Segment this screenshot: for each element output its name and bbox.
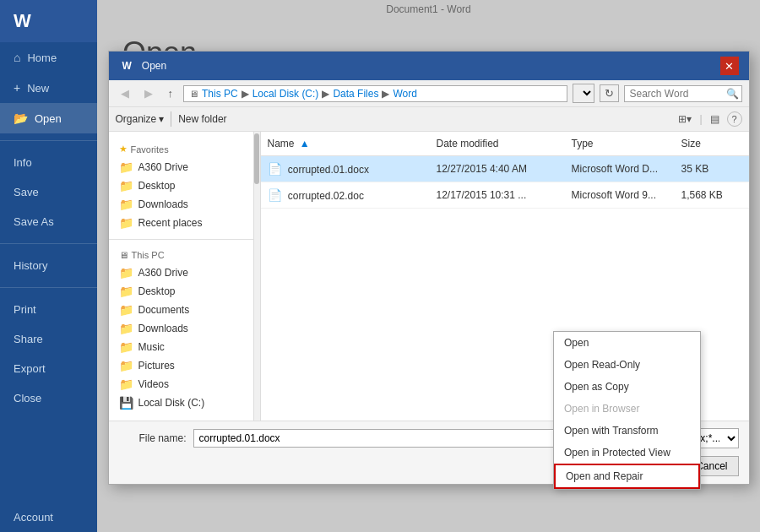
nav-up-button[interactable]: ↑: [163, 84, 179, 102]
address-path[interactable]: 🖥 This PC ▶ Local Disk (C:) ▶ Data Files…: [183, 85, 567, 102]
nav-item-thispc-localdisk[interactable]: 💾 Local Disk (C:): [109, 394, 260, 412]
folder-icon: 📁: [119, 216, 133, 230]
sidebar-label-account: Account: [14, 511, 53, 524]
help-button[interactable]: ?: [727, 111, 742, 127]
refresh-button[interactable]: ↻: [600, 84, 619, 102]
favorites-star-icon: ★: [119, 144, 128, 155]
col-header-name[interactable]: Name ▲: [261, 135, 430, 152]
address-part-datafiles[interactable]: Data Files: [333, 88, 378, 100]
folder-icon: 📁: [119, 340, 133, 354]
dropdown-item-open[interactable]: Open: [554, 332, 700, 354]
nav-item-thispc-a360[interactable]: 📁 A360 Drive: [109, 263, 260, 282]
nav-item-desktop[interactable]: 📁 Desktop: [109, 176, 260, 195]
sidebar-item-saveas[interactable]: Save As: [0, 207, 97, 236]
thispc-label: This PC: [132, 250, 165, 260]
sidebar-item-new[interactable]: + New: [0, 73, 97, 103]
nav-scrollbar[interactable]: [253, 132, 260, 421]
thispc-header[interactable]: 🖥 This PC: [109, 247, 260, 263]
dropdown-item-copy[interactable]: Open as Copy: [554, 376, 700, 398]
file-icon-1: 📄: [268, 188, 282, 202]
folder-icon: 📁: [119, 179, 133, 193]
col-header-size[interactable]: Size: [675, 135, 742, 152]
sidebar-label-share: Share: [14, 333, 43, 345]
nav-item-thispc-pictures[interactable]: 📁 Pictures: [109, 356, 260, 375]
nav-label: Desktop: [138, 180, 176, 192]
nav-item-thispc-desktop[interactable]: 📁 Desktop: [109, 282, 260, 301]
nav-item-thispc-documents[interactable]: 📁 Documents: [109, 301, 260, 319]
file-list-header: Name ▲ Date modified Type Size: [261, 132, 749, 156]
col-header-type[interactable]: Type: [565, 135, 675, 152]
search-input[interactable]: [630, 88, 723, 100]
view-toggle-button[interactable]: ⊞▾: [674, 111, 696, 128]
file-size-0: 35 KB: [675, 160, 742, 177]
organize-button[interactable]: Organize ▾: [116, 113, 165, 125]
new-folder-button[interactable]: New folder: [178, 113, 226, 125]
sidebar-label-home: Home: [27, 52, 57, 64]
dialog-title: Open: [142, 60, 166, 72]
sidebar-item-open[interactable]: 📂 Open: [0, 103, 97, 133]
nav-label: Downloads: [138, 323, 188, 334]
word-icon: W: [119, 59, 135, 73]
drive-icon: 💾: [119, 396, 133, 410]
sidebar-label-save: Save: [14, 186, 39, 198]
nav-label: Local Disk (C:): [138, 397, 205, 409]
address-part-word[interactable]: Word: [393, 88, 416, 100]
col-size-label: Size: [681, 138, 701, 149]
favorites-header[interactable]: ★ Favorites: [109, 140, 260, 158]
sidebar-item-close[interactable]: Close: [0, 383, 97, 413]
nav-scrollbar-thumb: [254, 133, 259, 184]
col-header-date[interactable]: Date modified: [430, 135, 565, 152]
sidebar-item-share[interactable]: Share: [0, 324, 97, 354]
nav-item-recentplaces[interactable]: 📁 Recent places: [109, 214, 260, 232]
file-row-0[interactable]: 📄 corrupted.01.docx 12/27/2015 4:40 AM M…: [261, 156, 749, 182]
app-logo: W: [0, 0, 97, 42]
nav-item-downloads[interactable]: 📁 Downloads: [109, 195, 260, 214]
file-type-1: Microsoft Word 9...: [565, 187, 675, 204]
dropdown-item-protected[interactable]: Open in Protected View: [554, 442, 700, 464]
folder-icon: 📁: [119, 303, 133, 317]
filename-label: File name:: [119, 432, 187, 444]
open-dropdown-menu: Open Open Read-Only Open as Copy Open in…: [553, 331, 701, 490]
nav-back-button[interactable]: ◀: [116, 84, 134, 102]
nav-label: Videos: [138, 378, 169, 390]
address-dropdown[interactable]: [573, 84, 594, 103]
preview-button[interactable]: ▤: [706, 111, 724, 128]
sidebar-item-info[interactable]: Info: [0, 148, 97, 177]
dropdown-item-transform[interactable]: Open with Transform: [554, 420, 700, 442]
sidebar-label-open: Open: [35, 112, 62, 125]
search-icon: 🔍: [726, 88, 739, 100]
nav-item-thispc-videos[interactable]: 📁 Videos: [109, 375, 260, 394]
col-type-label: Type: [572, 138, 594, 149]
file-name-text-1: corrupted.02.doc: [288, 190, 364, 202]
sidebar-label-new: New: [27, 82, 49, 95]
address-bar: ◀ ▶ ↑ 🖥 This PC ▶ Local Disk (C:) ▶ Data…: [109, 80, 749, 107]
sidebar-item-account[interactable]: Account: [0, 502, 97, 532]
dropdown-item-repair[interactable]: Open and Repair: [554, 464, 700, 489]
sidebar-label-close: Close: [14, 392, 41, 404]
sidebar-item-save[interactable]: Save: [0, 177, 97, 207]
sidebar-item-print[interactable]: Print: [0, 295, 97, 324]
sidebar: W ⌂ Home + New 📂 Open Info Save Save As …: [0, 0, 97, 532]
file-icon-0: 📄: [268, 162, 282, 176]
sidebar-item-history[interactable]: History: [0, 251, 97, 280]
address-part-thispc[interactable]: This PC: [202, 88, 238, 100]
nav-label: Documents: [138, 304, 190, 316]
nav-item-a360drive[interactable]: 📁 A360 Drive: [109, 158, 260, 176]
sort-arrow-icon: ▲: [300, 138, 310, 149]
file-type-0: Microsoft Word D...: [565, 160, 675, 177]
nav-forward-button[interactable]: ▶: [139, 84, 158, 102]
address-part-localdisk[interactable]: Local Disk (C:): [252, 88, 319, 100]
modal-overlay: W Open ✕ ◀ ▶ ↑ 🖥 This PC ▶ Local Disk (C…: [97, 0, 760, 532]
dropdown-item-readonly[interactable]: Open Read-Only: [554, 354, 700, 376]
new-folder-label: New folder: [178, 113, 226, 125]
filename-input[interactable]: [193, 429, 563, 448]
sidebar-item-export[interactable]: Export: [0, 354, 97, 383]
nav-item-thispc-music[interactable]: 📁 Music: [109, 338, 260, 356]
dialog-close-button[interactable]: ✕: [720, 57, 739, 75]
file-name-0: 📄 corrupted.01.docx: [261, 160, 430, 178]
sidebar-item-home[interactable]: ⌂ Home: [0, 42, 97, 73]
nav-item-thispc-downloads[interactable]: 📁 Downloads: [109, 319, 260, 338]
dialog-title-bar: W Open ✕: [109, 52, 749, 80]
col-date-label: Date modified: [437, 138, 499, 149]
file-row-1[interactable]: 📄 corrupted.02.doc 12/17/2015 10:31 ... …: [261, 182, 749, 209]
